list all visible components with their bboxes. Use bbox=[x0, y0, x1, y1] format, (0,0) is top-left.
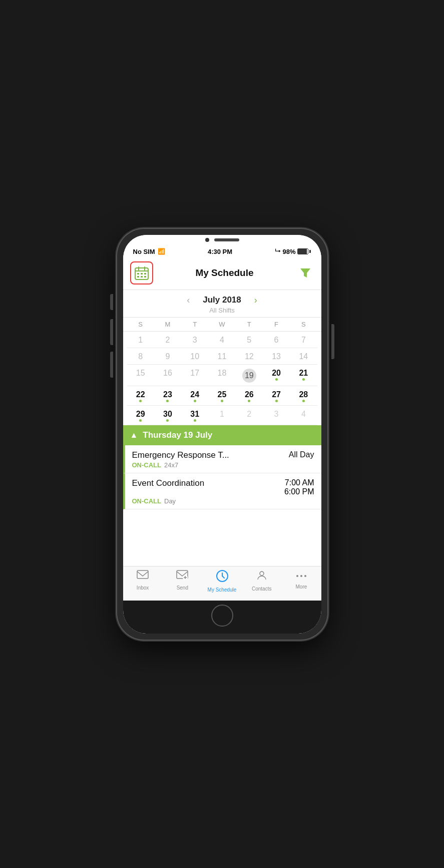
svg-rect-8 bbox=[141, 276, 143, 277]
calendar-day-13[interactable]: 13 bbox=[263, 349, 290, 363]
schedule-item-1-time: All Day bbox=[289, 450, 314, 459]
svg-point-21 bbox=[300, 575, 302, 577]
tab-send-label: Send bbox=[177, 585, 188, 591]
calendar-day-30[interactable]: 30 bbox=[154, 407, 181, 424]
calendar-week-4: 22 23 24 25 26 27 28 bbox=[127, 386, 317, 406]
tab-more[interactable]: More bbox=[281, 569, 321, 593]
calendar-day-24[interactable]: 24 bbox=[181, 387, 208, 404]
month-nav: ‹ July 2018 › bbox=[123, 290, 321, 307]
calendar-day-7[interactable]: 7 bbox=[290, 333, 317, 347]
svg-marker-10 bbox=[300, 268, 310, 277]
calendar-week-5: 29 30 31 1 2 3 4 bbox=[127, 406, 317, 425]
carrier-label: No SIM bbox=[133, 248, 155, 255]
tab-my-schedule[interactable]: My Schedule bbox=[202, 569, 242, 593]
tab-more-label: More bbox=[296, 584, 307, 590]
day-header-thu: T bbox=[236, 318, 263, 331]
day-header-wed: W bbox=[208, 318, 235, 331]
contacts-icon bbox=[256, 569, 268, 585]
calendar-day-10[interactable]: 10 bbox=[181, 349, 208, 363]
schedule-item-2[interactable]: Event Coordination 7:00 AM 6:00 PM ON-CA… bbox=[123, 473, 321, 509]
calendar-day-16[interactable]: 16 bbox=[154, 366, 181, 385]
calendar-day-8[interactable]: 8 bbox=[127, 349, 154, 363]
filter-button[interactable] bbox=[296, 264, 314, 282]
camera-dot bbox=[205, 238, 209, 242]
tab-contacts-label: Contacts bbox=[252, 586, 271, 592]
shift-filter-label[interactable]: All Shifts bbox=[123, 307, 321, 317]
page-title: My Schedule bbox=[153, 267, 296, 278]
schedule-item-1-name: Emergency Response T... bbox=[132, 450, 229, 460]
month-title: July 2018 bbox=[203, 295, 241, 305]
calendar-day-headers: S M T W T F S bbox=[123, 317, 321, 332]
calendar-day-23[interactable]: 23 bbox=[154, 387, 181, 404]
tab-inbox-label: Inbox bbox=[137, 585, 149, 591]
tab-contacts[interactable]: Contacts bbox=[242, 569, 281, 593]
speaker bbox=[214, 238, 239, 241]
calendar-day-22[interactable]: 22 bbox=[127, 387, 154, 404]
calendar-day-26[interactable]: 26 bbox=[236, 387, 263, 404]
calendar-day-3[interactable]: 3 bbox=[181, 333, 208, 347]
day-header-mon: M bbox=[154, 318, 181, 331]
schedule-item-2-detail: Day bbox=[164, 497, 176, 505]
calendar-day-29[interactable]: 29 bbox=[127, 407, 154, 424]
svg-point-20 bbox=[296, 575, 298, 577]
calendar-day-5[interactable]: 5 bbox=[236, 333, 263, 347]
schedule-item-2-time-start: 7:00 AM bbox=[284, 478, 314, 487]
calendar-day-6[interactable]: 6 bbox=[263, 333, 290, 347]
home-button[interactable] bbox=[211, 605, 233, 627]
calendar-day-28[interactable]: 28 bbox=[290, 387, 317, 404]
calendar-day-15[interactable]: 15 bbox=[127, 366, 154, 385]
my-schedule-icon bbox=[216, 569, 229, 586]
calendar-day-12[interactable]: 12 bbox=[236, 349, 263, 363]
schedule-date-title: Thursday 19 July bbox=[143, 430, 212, 440]
calendar-day-17[interactable]: 17 bbox=[181, 366, 208, 385]
tab-send[interactable]: Send bbox=[163, 569, 202, 593]
schedule-items: Emergency Response T... All Day ON-CALL … bbox=[123, 445, 321, 566]
calendar-day-27[interactable]: 27 bbox=[263, 387, 290, 404]
schedule-item-2-name: Event Coordination bbox=[132, 478, 205, 488]
calendar-day-25[interactable]: 25 bbox=[208, 387, 235, 404]
more-icon bbox=[295, 569, 307, 583]
calendar-day-31[interactable]: 31 bbox=[181, 407, 208, 424]
calendar-day-4[interactable]: 4 bbox=[208, 333, 235, 347]
battery-pct-label: 98% bbox=[282, 248, 295, 255]
calendar-day-11[interactable]: 11 bbox=[208, 349, 235, 363]
calendar-day-18[interactable]: 18 bbox=[208, 366, 235, 385]
tab-bar: Inbox Send bbox=[123, 566, 321, 601]
schedule-item-1-badge: ON-CALL bbox=[132, 461, 162, 469]
calendar-grid: 1 2 3 4 5 6 7 8 9 10 11 12 bbox=[123, 332, 321, 425]
calendar-day-aug-1[interactable]: 1 bbox=[208, 407, 235, 424]
day-header-tue: T bbox=[181, 318, 208, 331]
calendar-day-aug-4[interactable]: 4 bbox=[290, 407, 317, 424]
battery-indicator bbox=[297, 248, 311, 254]
day-header-sat: S bbox=[290, 318, 317, 331]
schedule-item-2-times: 7:00 AM 6:00 PM bbox=[284, 478, 314, 496]
home-bar bbox=[123, 601, 321, 634]
calendar-day-19[interactable]: 19 bbox=[236, 366, 263, 385]
inbox-icon bbox=[137, 569, 149, 584]
calendar-day-9[interactable]: 9 bbox=[154, 349, 181, 363]
svg-rect-11 bbox=[137, 570, 148, 578]
svg-rect-6 bbox=[144, 273, 146, 274]
wifi-icon: 📶 bbox=[158, 248, 165, 255]
calendar-week-2: 8 9 10 11 12 13 14 bbox=[127, 348, 317, 365]
calendar-day-21[interactable]: 21 bbox=[290, 366, 317, 385]
calendar-day-20[interactable]: 20 bbox=[263, 366, 290, 385]
svg-rect-5 bbox=[141, 273, 143, 274]
calendar-day-14[interactable]: 14 bbox=[290, 349, 317, 363]
schedule-item-1[interactable]: Emergency Response T... All Day ON-CALL … bbox=[123, 445, 321, 473]
schedule-item-2-badge: ON-CALL bbox=[132, 497, 162, 505]
next-month-button[interactable]: › bbox=[250, 295, 261, 306]
send-icon bbox=[176, 569, 188, 584]
tab-inbox[interactable]: Inbox bbox=[123, 569, 163, 593]
collapse-schedule-button[interactable]: ▲ bbox=[130, 431, 138, 440]
tab-my-schedule-label: My Schedule bbox=[208, 587, 237, 593]
calendar-day-aug-3[interactable]: 3 bbox=[263, 407, 290, 424]
prev-month-button[interactable]: ‹ bbox=[183, 295, 194, 306]
calendar-day-aug-2[interactable]: 2 bbox=[236, 407, 263, 424]
calendar-day-1[interactable]: 1 bbox=[127, 333, 154, 347]
calendar-day-2[interactable]: 2 bbox=[154, 333, 181, 347]
svg-rect-7 bbox=[137, 276, 139, 277]
calendar-view-button[interactable] bbox=[130, 261, 153, 284]
schedule-date-header[interactable]: ▲ Thursday 19 July bbox=[123, 425, 321, 445]
svg-point-22 bbox=[304, 575, 306, 577]
